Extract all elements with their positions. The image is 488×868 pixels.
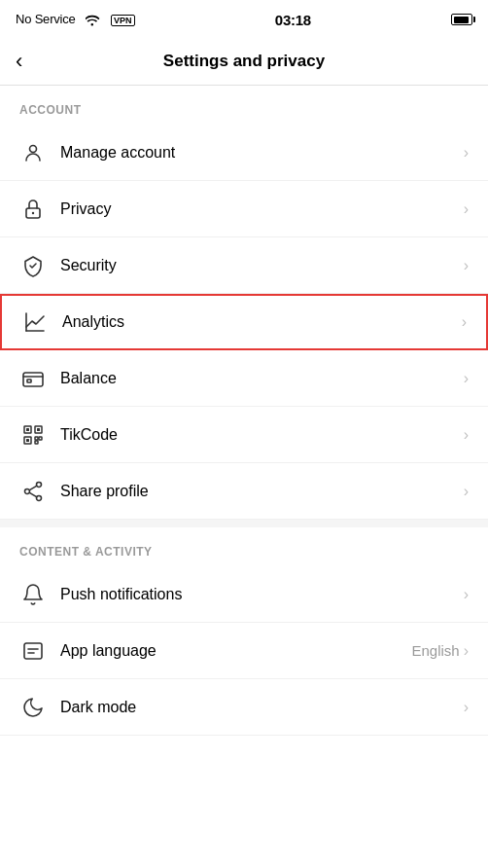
svg-rect-6 (27, 380, 31, 382)
security-label: Security (60, 257, 464, 274)
share-profile-icon (19, 478, 47, 505)
svg-rect-14 (39, 437, 42, 440)
svg-point-0 (30, 145, 37, 152)
svg-rect-12 (26, 439, 29, 442)
manage-account-label: Manage account (60, 144, 464, 162)
time-display: 03:18 (275, 12, 311, 28)
share-profile-label: Share profile (60, 483, 464, 500)
balance-label: Balance (60, 370, 464, 387)
menu-item-manage-account[interactable]: Manage account› (0, 125, 488, 181)
svg-rect-10 (26, 428, 29, 431)
analytics-icon (21, 308, 49, 336)
wifi-icon (86, 12, 104, 26)
svg-rect-13 (35, 437, 38, 440)
section-label-1: CONTENT & ACTIVITY (0, 527, 488, 566)
app-language-chevron: › (464, 642, 469, 660)
menu-container: ACCOUNT Manage account› Privacy› Securit… (0, 86, 488, 736)
tikcode-label: TikCode (60, 426, 464, 444)
privacy-icon (19, 196, 47, 223)
status-bar: No Service VPN 03:18 (0, 0, 488, 37)
menu-item-analytics[interactable]: Analytics› (0, 294, 488, 350)
svg-rect-11 (37, 428, 40, 431)
vpn-badge: VPN (111, 15, 135, 26)
dark-mode-chevron: › (464, 699, 469, 716)
app-language-value: English (411, 642, 459, 659)
svg-point-2 (32, 211, 34, 213)
push-notifications-label: Push notifications (60, 586, 464, 603)
menu-item-dark-mode[interactable]: Dark mode› (0, 679, 488, 736)
manage-account-chevron: › (464, 144, 469, 162)
menu-item-push-notifications[interactable]: Push notifications› (0, 566, 488, 623)
security-icon (19, 252, 47, 279)
dark-mode-icon (19, 694, 47, 721)
push-notifications-chevron: › (464, 586, 469, 603)
privacy-chevron: › (464, 200, 469, 218)
page-header: ‹ Settings and privacy (0, 37, 488, 86)
security-chevron: › (464, 257, 469, 274)
share-profile-chevron: › (464, 483, 469, 500)
balance-icon (19, 365, 47, 392)
svg-rect-5 (23, 373, 43, 386)
menu-item-security[interactable]: Security› (0, 237, 488, 294)
svg-line-19 (29, 492, 36, 496)
svg-line-20 (29, 486, 36, 489)
menu-item-app-language[interactable]: App languageEnglish› (0, 623, 488, 679)
carrier-text: No Service VPN (16, 12, 135, 26)
tikcode-icon (19, 421, 47, 449)
menu-item-balance[interactable]: Balance› (0, 350, 488, 407)
dark-mode-label: Dark mode (60, 699, 464, 716)
menu-item-privacy[interactable]: Privacy› (0, 181, 488, 237)
privacy-label: Privacy (60, 200, 464, 218)
svg-rect-21 (24, 643, 42, 659)
section-label-0: ACCOUNT (0, 86, 488, 125)
svg-rect-15 (35, 441, 38, 444)
page-title: Settings and privacy (163, 52, 325, 71)
back-button[interactable]: ‹ (16, 51, 22, 72)
menu-item-share-profile[interactable]: Share profile› (0, 463, 488, 520)
battery-area (451, 14, 472, 25)
balance-chevron: › (464, 370, 469, 387)
app-language-icon (19, 637, 47, 665)
app-language-label: App language (60, 642, 411, 660)
manage-account-icon (19, 139, 47, 166)
menu-item-tikcode[interactable]: TikCode› (0, 407, 488, 463)
tikcode-chevron: › (464, 426, 469, 444)
divider-0 (0, 520, 488, 527)
push-notifications-icon (19, 581, 47, 608)
analytics-label: Analytics (62, 313, 462, 331)
battery-icon (451, 14, 472, 25)
analytics-chevron: › (462, 313, 467, 331)
